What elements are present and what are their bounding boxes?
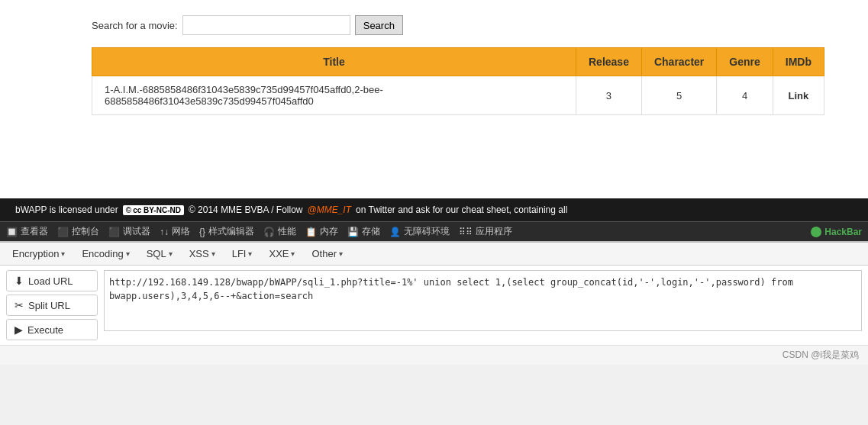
memory-label: 内存	[320, 225, 338, 238]
accessibility-icon: 👤	[389, 227, 401, 237]
inspector-icon: 🔲	[6, 227, 18, 237]
applications-icon: ⠿⠿	[459, 227, 473, 237]
xxe-arrow-icon: ▾	[291, 250, 295, 258]
split-url-icon: ✂	[15, 299, 24, 311]
col-header-genre: Genre	[717, 48, 773, 76]
menu-other[interactable]: Other ▾	[305, 246, 349, 262]
load-url-button[interactable]: ⬇ Load URL	[6, 270, 98, 291]
hackbar-button[interactable]: HackBar	[811, 227, 862, 237]
menu-lfi[interactable]: LFI ▾	[226, 246, 259, 262]
search-label: Search for a movie:	[92, 20, 178, 31]
load-url-label: Load URL	[28, 275, 73, 287]
footer-text1: bWAPP is licensed under	[15, 204, 118, 215]
cell-character: 5	[641, 76, 716, 115]
search-input[interactable]	[182, 15, 350, 35]
cell-genre: 4	[717, 76, 773, 115]
encoding-arrow-icon: ▾	[126, 250, 130, 258]
menu-xss[interactable]: XSS ▾	[183, 246, 221, 262]
xss-arrow-icon: ▾	[211, 250, 215, 258]
console-icon: ⬛	[57, 227, 69, 237]
other-label: Other	[311, 248, 337, 259]
debugger-label: 调试器	[123, 225, 150, 238]
perf-icon: 🎧	[263, 227, 275, 237]
devtool-inspector[interactable]: 🔲 查看器	[6, 225, 48, 238]
footer-text2: © 2014 MME BVBA / Follow	[189, 204, 303, 215]
col-header-title: Title	[92, 48, 576, 76]
hackbar-section: Encryption ▾ Encoding ▾ SQL ▾ XSS ▾ LFI …	[0, 241, 868, 345]
encryption-label: Encryption	[12, 248, 59, 259]
cc-badge: © cc BY-NC-ND	[123, 205, 184, 215]
menu-xxe[interactable]: XXE ▾	[263, 246, 301, 262]
search-bar: Search for a movie: Search	[92, 15, 868, 35]
execute-button[interactable]: ▶ Execute	[6, 319, 98, 340]
devtool-memory[interactable]: 📋 内存	[305, 225, 338, 238]
url-textarea[interactable]	[104, 270, 862, 331]
hackbar-menubar: Encryption ▾ Encoding ▾ SQL ▾ XSS ▾ LFI …	[0, 243, 868, 266]
movie-table: Title Release Character Genre IMDb 1-A.I…	[92, 47, 824, 115]
col-header-release: Release	[576, 48, 642, 76]
lfi-arrow-icon: ▾	[248, 250, 252, 258]
devtool-style-editor[interactable]: {} 样式编辑器	[199, 225, 254, 238]
cell-title: 1-A.I.M.-6885858486f31043e5839c735d99457…	[92, 76, 576, 115]
hackbar-dot-icon	[811, 227, 821, 237]
table-row: 1-A.I.M.-6885858486f31043e5839c735d99457…	[92, 76, 824, 115]
inspector-label: 查看器	[21, 225, 48, 238]
sql-label: SQL	[147, 248, 166, 259]
execute-label: Execute	[27, 324, 63, 336]
other-arrow-icon: ▾	[339, 250, 343, 258]
menu-encryption[interactable]: Encryption ▾	[6, 246, 71, 262]
footer-bar: bWAPP is licensed under © cc BY-NC-ND © …	[0, 198, 868, 221]
cell-release: 3	[576, 76, 642, 115]
twitter-link[interactable]: @MME_IT	[308, 204, 352, 215]
action-buttons: ⬇ Load URL ✂ Split URL ▶ Execute	[6, 270, 98, 340]
storage-icon: 💾	[347, 227, 359, 237]
csdn-credit: CSDN @i我是菜鸡	[782, 349, 859, 362]
devtool-console[interactable]: ⬛ 控制台	[57, 225, 99, 238]
col-header-character: Character	[641, 48, 716, 76]
lfi-label: LFI	[232, 248, 247, 259]
network-icon: ↑↓	[160, 227, 169, 237]
menu-encoding[interactable]: Encoding ▾	[76, 246, 135, 262]
accessibility-label: 无障碍环境	[404, 225, 450, 238]
devtool-accessibility[interactable]: 👤 无障碍环境	[389, 225, 450, 238]
search-button[interactable]: Search	[355, 15, 403, 35]
hackbar-body: ⬇ Load URL ✂ Split URL ▶ Execute	[0, 266, 868, 345]
encoding-label: Encoding	[82, 248, 123, 259]
execute-icon: ▶	[15, 324, 23, 336]
style-icon: {}	[199, 227, 205, 237]
xss-label: XSS	[189, 248, 209, 259]
split-url-button[interactable]: ✂ Split URL	[6, 295, 98, 316]
console-label: 控制台	[72, 225, 99, 238]
memory-icon: 📋	[305, 227, 317, 237]
applications-label: 应用程序	[476, 225, 512, 238]
devtool-storage[interactable]: 💾 存储	[347, 225, 380, 238]
devtools-bar: 🔲 查看器 ⬛ 控制台 ⬛ 调试器 ↑↓ 网络 {} 样式编辑器 🎧 性能 📋 …	[0, 221, 868, 241]
split-url-label: Split URL	[28, 300, 70, 311]
cc-icon: ©	[126, 206, 131, 214]
footer-text3: on Twitter and ask for our cheat sheet, …	[356, 204, 567, 215]
col-header-imdb: IMDb	[773, 48, 824, 76]
main-content: Search for a movie: Search Title Release…	[0, 0, 868, 198]
devtool-performance[interactable]: 🎧 性能	[263, 225, 296, 238]
debugger-icon: ⬛	[108, 227, 120, 237]
menu-sql[interactable]: SQL ▾	[140, 246, 179, 262]
devtool-debugger[interactable]: ⬛ 调试器	[108, 225, 150, 238]
sql-arrow-icon: ▾	[169, 250, 173, 258]
style-label: 样式编辑器	[208, 225, 254, 238]
storage-label: 存储	[362, 225, 380, 238]
xxe-label: XXE	[269, 248, 289, 259]
encryption-arrow-icon: ▾	[61, 250, 65, 258]
cell-imdb[interactable]: Link	[773, 76, 824, 115]
devtool-applications[interactable]: ⠿⠿ 应用程序	[459, 225, 512, 238]
hackbar-label: HackBar	[824, 227, 862, 237]
perf-label: 性能	[278, 225, 296, 238]
network-label: 网络	[172, 225, 190, 238]
bottom-bar: CSDN @i我是菜鸡	[0, 345, 868, 365]
devtool-network[interactable]: ↑↓ 网络	[160, 225, 190, 238]
load-url-icon: ⬇	[15, 275, 24, 287]
